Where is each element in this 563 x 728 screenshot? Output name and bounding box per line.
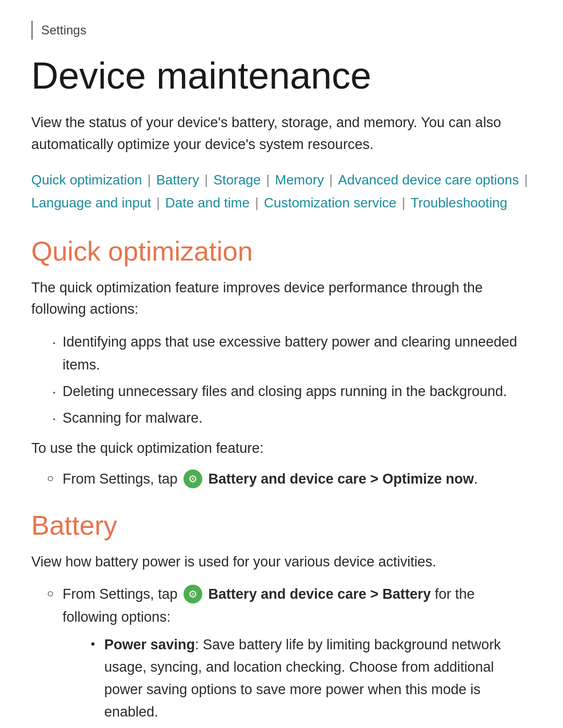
- list-item: From Settings, tap Battery and device ca…: [47, 583, 532, 728]
- intro-text: View the status of your device's battery…: [31, 112, 532, 156]
- quick-optimization-steps: From Settings, tap Battery and device ca…: [47, 468, 532, 490]
- nav-link-battery[interactable]: Battery: [156, 172, 199, 188]
- step-text-content: Battery and device care > Optimize now.: [209, 471, 478, 487]
- battery-intro: View how battery power is used for your …: [31, 551, 532, 573]
- nav-link-troubleshooting[interactable]: Troubleshooting: [411, 195, 508, 211]
- settings-icon: [183, 585, 202, 603]
- nav-link-language[interactable]: Language and input: [31, 195, 151, 211]
- quick-optimization-intro: The quick optimization feature improves …: [31, 277, 532, 321]
- battery-title: Battery: [31, 509, 532, 541]
- separator: |: [262, 172, 273, 188]
- list-item: Power saving: Save battery life by limit…: [89, 634, 532, 724]
- battery-step-prefix: From Settings, tap: [63, 586, 181, 602]
- quick-optimization-step-intro: To use the quick optimization feature:: [31, 438, 532, 460]
- battery-options: Power saving: Save battery life by limit…: [89, 634, 532, 728]
- nav-link-customization[interactable]: Customization service: [264, 195, 396, 211]
- nav-link-memory[interactable]: Memory: [275, 172, 324, 188]
- nav-link-date[interactable]: Date and time: [165, 195, 250, 211]
- separator: |: [325, 172, 336, 188]
- list-item: From Settings, tap Battery and device ca…: [47, 468, 532, 490]
- nav-link-advanced[interactable]: Advanced device care options: [338, 172, 519, 188]
- nav-links: Quick optimization | Battery | Storage |…: [31, 168, 532, 214]
- list-item: Deleting unnecessary files and closing a…: [52, 380, 532, 403]
- list-item: Scanning for malware.: [52, 407, 532, 429]
- quick-optimization-section: Quick optimization The quick optimizatio…: [31, 235, 532, 490]
- page-title: Device maintenance: [31, 55, 532, 96]
- quick-optimization-bullets: Identifying apps that use excessive batt…: [52, 331, 532, 429]
- battery-steps: From Settings, tap Battery and device ca…: [47, 583, 532, 728]
- settings-breadcrumb: Settings: [31, 21, 532, 40]
- separator: |: [520, 172, 528, 188]
- separator: |: [398, 195, 409, 211]
- nav-link-quick-optimization[interactable]: Quick optimization: [31, 172, 142, 188]
- list-item: Identifying apps that use excessive batt…: [52, 331, 532, 376]
- step-text-prefix: From Settings, tap: [63, 471, 181, 487]
- option-label: Power saving: [104, 637, 195, 652]
- nav-link-storage[interactable]: Storage: [213, 172, 261, 188]
- settings-icon: [183, 470, 202, 488]
- quick-optimization-title: Quick optimization: [31, 235, 532, 267]
- separator: |: [201, 172, 212, 188]
- separator: |: [153, 195, 164, 211]
- battery-section: Battery View how battery power is used f…: [31, 509, 532, 728]
- separator: |: [251, 195, 262, 211]
- separator: |: [143, 172, 154, 188]
